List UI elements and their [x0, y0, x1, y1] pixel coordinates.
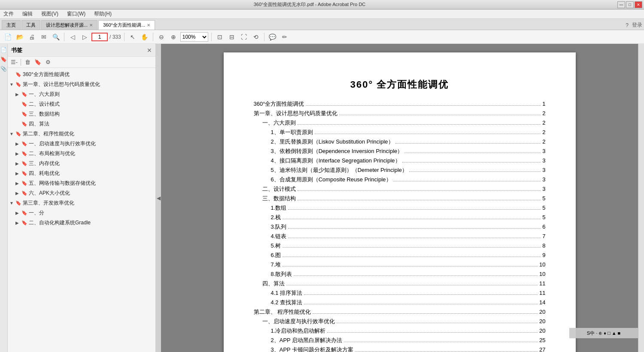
next-view-button[interactable]: ▷: [79, 32, 90, 42]
panel-icon-attach[interactable]: 📎: [0, 65, 7, 72]
prev-view-button[interactable]: ◁: [67, 32, 78, 42]
comment-button[interactable]: 💬: [267, 32, 278, 42]
search-button[interactable]: 🔍: [51, 32, 61, 42]
right-scrollbar[interactable]: [638, 44, 644, 352]
toc-entry[interactable]: 6.图9: [271, 251, 546, 259]
toc-entry[interactable]: 5.树8: [271, 242, 546, 250]
bookmark-ch3-2[interactable]: ▶ 🔖 二、自动化构建系统Gradle: [8, 218, 155, 228]
bookmark-ch2-2[interactable]: ▶ 🔖 二、布局检测与优化: [8, 149, 155, 159]
sidebar-settings-button[interactable]: ⚙: [43, 58, 53, 67]
sidebar-expand-button[interactable]: ☰-: [9, 58, 19, 67]
toc-entry[interactable]: 一、六大原则2: [262, 119, 546, 127]
toc-entry[interactable]: 360°全方面性能调优1: [254, 100, 546, 108]
sidebar-delete-button[interactable]: 🗑: [23, 58, 32, 67]
tab-tools[interactable]: 工具: [21, 20, 40, 30]
select-tool[interactable]: ↖: [128, 32, 138, 42]
toc-label: 二、设计模式: [262, 185, 296, 193]
tab-360-close[interactable]: ✕: [147, 23, 150, 28]
arrow-icon: ▶: [15, 181, 21, 186]
maximize-button[interactable]: □: [626, 1, 634, 8]
bookmark-ch3[interactable]: ▼ 🔖 第三章、开发效率优化: [8, 198, 155, 208]
toc-entry[interactable]: 5、迪米特法则（最少知道原则）（Demeter Principle）3: [271, 166, 546, 174]
toc-dots: [404, 147, 541, 153]
bookmark-ch2[interactable]: ▼ 🔖 第二章、程序性能优化: [8, 129, 155, 139]
zoom-out-button[interactable]: ⊖: [156, 32, 167, 42]
bookmark-ch1[interactable]: ▼ 🔖 第一章、设计思想与代码质量优化: [8, 80, 155, 89]
bookmark-ch1-4[interactable]: 🔖 四、算法: [8, 119, 155, 129]
open-button[interactable]: 📂: [15, 32, 25, 42]
menu-help[interactable]: 帮助(H): [92, 9, 113, 18]
bookmark-ch3-1[interactable]: ▶ 🔖 一、分: [8, 208, 155, 218]
toc-entry[interactable]: 2、APP 启动黑白屏解决办法25: [271, 336, 546, 344]
toc-page: 5: [542, 205, 545, 211]
rotate-button[interactable]: ⟲: [251, 32, 261, 42]
menu-bar: 文件 编辑 视图(V) 窗口(W) 帮助(H): [0, 9, 644, 19]
menu-file[interactable]: 文件: [2, 9, 15, 18]
toc-entry[interactable]: 1、单一职责原则2: [271, 128, 546, 136]
bookmark-label: 三、内存优化: [29, 160, 60, 167]
highlight-button[interactable]: ✏: [279, 32, 290, 42]
toc-entry[interactable]: 2.栈5: [271, 213, 546, 221]
toc-dots: [339, 109, 541, 115]
email-button[interactable]: ✉: [39, 32, 49, 42]
close-button[interactable]: ✕: [635, 1, 642, 8]
sidebar-close-button[interactable]: ✕: [147, 47, 152, 54]
bookmark-ch2-4[interactable]: ▶ 🔖 四、耗电优化: [8, 168, 155, 178]
bookmark-ch1-1[interactable]: ▶ 🔖 一、六大原则: [8, 89, 155, 99]
bookmark-label: 一、六大原则: [29, 91, 60, 98]
tab-home[interactable]: 主页: [2, 20, 21, 30]
full-screen-button[interactable]: ⛶: [239, 32, 249, 42]
toc-entry[interactable]: 1.冷启动和热启动解析20: [271, 327, 546, 335]
bookmark-ch2-1[interactable]: ▶ 🔖 一、启动速度与执行效率优化: [8, 139, 155, 149]
toc-entry[interactable]: 4.2 查找算法14: [271, 298, 546, 306]
collapse-sidebar-button[interactable]: ◀: [156, 44, 161, 352]
bookmark-360[interactable]: 🔖 360°全方面性能调优: [8, 70, 155, 80]
toc-entry[interactable]: 3、APP 卡顿问题分析及解决方案27: [271, 346, 546, 352]
bookmark-ch1-2[interactable]: 🔖 二、设计模式: [8, 99, 155, 109]
panel-icon-bookmark[interactable]: 🔖: [0, 56, 7, 63]
toc-entry[interactable]: 3、依赖倒转原则（Dependence Inversion Principle）…: [271, 147, 546, 155]
toc-entry[interactable]: 第二章、 程序性能优化20: [254, 308, 546, 316]
menu-window[interactable]: 窗口(W): [65, 9, 87, 18]
toc-entry[interactable]: 4.链表7: [271, 232, 546, 240]
fit-page-button[interactable]: ⊡: [215, 32, 225, 42]
toc-page: 20: [539, 309, 545, 315]
bookmark-ch2-3[interactable]: ▶ 🔖 三、内存优化: [8, 159, 155, 168]
help-icon[interactable]: ?: [626, 22, 629, 28]
bookmark-label: 一、启动速度与执行效率优化: [29, 140, 96, 147]
toc-entry[interactable]: 三、数据结构5: [262, 194, 546, 202]
menu-edit[interactable]: 编辑: [21, 9, 34, 18]
page-input[interactable]: [94, 34, 106, 40]
sidebar-new-bookmark-button[interactable]: 🔖: [33, 58, 43, 67]
toc-entry[interactable]: 7.堆10: [271, 260, 546, 269]
toc-entry[interactable]: 2、里氏替换原则（Liskov Substitution Principle）2: [271, 138, 546, 146]
toc-entry[interactable]: 6、合成复用原则（Composite Reuse Principle）3: [271, 175, 546, 184]
toc-entry[interactable]: 一、启动速度与执行效率优化20: [262, 317, 546, 325]
login-button[interactable]: 登录: [632, 21, 642, 29]
fit-width-button[interactable]: ⊟: [227, 32, 237, 42]
pdf-viewer[interactable]: 360° 全方面性能调优 360°全方面性能调优1第一章、设计思想与代码质量优化…: [161, 44, 638, 352]
toc-entry[interactable]: 8.散列表10: [271, 270, 546, 278]
tab-design-close[interactable]: ✕: [89, 23, 93, 28]
tab-design[interactable]: 设计思想解读开源... ✕: [41, 20, 97, 30]
bookmark-ch2-6[interactable]: ▶ 🔖 六、APK大小优化: [8, 188, 155, 198]
tab-360[interactable]: 360°全方面性能调... ✕: [98, 20, 155, 30]
toc-entry[interactable]: 3.队列6: [271, 223, 546, 231]
toc-page: 2: [542, 129, 545, 135]
bookmark-ch1-3[interactable]: 🔖 三、数据结构: [8, 109, 155, 119]
toc-entry[interactable]: 4、接口隔离原则（Interface Segregation Principle…: [271, 156, 546, 165]
bookmark-ch2-5[interactable]: ▶ 🔖 五、网络传输与数据存储优化: [8, 178, 155, 188]
zoom-select[interactable]: 100% 50% 75% 125% 150% 200%: [180, 32, 208, 42]
toc-entry[interactable]: 四、算法11: [262, 279, 546, 288]
toc-entry[interactable]: 4.1 排序算法11: [271, 289, 546, 297]
print-button[interactable]: 🖨: [27, 32, 37, 42]
toc-entry[interactable]: 第一章、设计思想与代码质量优化2: [254, 109, 546, 117]
new-button[interactable]: 📄: [3, 32, 13, 42]
panel-icon-1[interactable]: 📄: [0, 46, 7, 53]
zoom-in-button[interactable]: ⊕: [168, 32, 179, 42]
menu-view[interactable]: 视图(V): [39, 9, 60, 18]
minimize-button[interactable]: —: [617, 1, 625, 8]
hand-tool[interactable]: ✋: [140, 32, 150, 42]
toc-entry[interactable]: 1.数组5: [271, 204, 546, 212]
toc-entry[interactable]: 二、设计模式3: [262, 185, 546, 193]
